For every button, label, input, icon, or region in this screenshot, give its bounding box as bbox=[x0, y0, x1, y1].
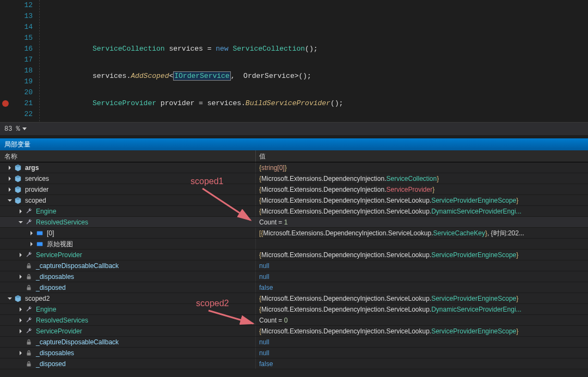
expander-icon[interactable] bbox=[28, 241, 35, 247]
var-name: args bbox=[25, 162, 39, 173]
wrench-icon bbox=[25, 208, 33, 215]
locals-row[interactable]: 原始视图 bbox=[0, 239, 588, 250]
fold-ruler bbox=[39, 0, 40, 135]
var-value: false bbox=[256, 358, 588, 369]
expander-icon[interactable] bbox=[7, 186, 13, 193]
var-name: Engine bbox=[36, 304, 56, 314]
code-line[interactable]: services.AddScoped<IOrderService, OrderS… bbox=[45, 71, 588, 82]
field-icon bbox=[36, 240, 44, 248]
locals-row[interactable]: Engine{Microsoft.Extensions.DependencyIn… bbox=[0, 304, 588, 315]
locals-columns-header: 名称 值 bbox=[0, 150, 588, 162]
wrench-icon bbox=[25, 327, 33, 335]
zoom-bar[interactable]: 83 % bbox=[0, 122, 588, 135]
var-value: {Microsoft.Extensions.DependencyInjectio… bbox=[256, 173, 588, 184]
var-value: Count = 0 bbox=[256, 315, 588, 325]
var-name: 原始视图 bbox=[47, 239, 73, 249]
wrench-icon bbox=[25, 251, 33, 259]
lock-icon bbox=[25, 338, 33, 346]
expander-icon[interactable] bbox=[17, 273, 24, 280]
svg-rect-3 bbox=[27, 276, 31, 279]
code-line[interactable] bbox=[45, 16, 588, 27]
expander-icon[interactable] bbox=[28, 230, 35, 236]
expander-icon[interactable] bbox=[7, 295, 13, 302]
code-line[interactable]: ServiceProvider provider = services.Buil… bbox=[45, 98, 588, 109]
svg-rect-4 bbox=[27, 287, 31, 290]
wrench-icon bbox=[25, 317, 33, 324]
locals-row[interactable]: ResolvedServicesCount = 1 bbox=[0, 217, 588, 228]
locals-row[interactable]: [0][{Microsoft.Extensions.DependencyInje… bbox=[0, 228, 588, 239]
var-value: {string[0]} bbox=[256, 162, 588, 173]
locals-row[interactable]: _disposedfalse bbox=[0, 282, 588, 293]
locals-row[interactable]: ServiceProvider{Microsoft.Extensions.Dep… bbox=[0, 250, 588, 260]
svg-rect-6 bbox=[27, 352, 31, 355]
var-value: {Microsoft.Extensions.DependencyInjectio… bbox=[256, 326, 588, 336]
lock-icon bbox=[25, 273, 33, 281]
zoom-level[interactable]: 83 % bbox=[4, 125, 20, 133]
var-name: _captureDisposableCallback bbox=[36, 260, 119, 271]
var-name: Engine bbox=[36, 206, 56, 216]
locals-row[interactable]: _disposablesnull bbox=[0, 271, 588, 282]
expander-icon[interactable] bbox=[7, 165, 13, 171]
col-name-header[interactable]: 名称 bbox=[0, 150, 256, 162]
expander-icon bbox=[17, 284, 24, 291]
locals-tree[interactable]: args{string[0]}services{Microsoft.Extens… bbox=[0, 162, 588, 369]
expander-icon[interactable] bbox=[17, 208, 24, 215]
var-value: {Microsoft.Extensions.DependencyInjectio… bbox=[256, 184, 588, 194]
locals-row[interactable]: _disposablesnull bbox=[0, 348, 588, 358]
var-name: [0] bbox=[47, 228, 54, 238]
expander-icon[interactable] bbox=[7, 175, 13, 182]
var-value: Count = 1 bbox=[256, 217, 588, 227]
locals-row[interactable]: _captureDisposableCallbacknull bbox=[0, 260, 588, 271]
expander-icon bbox=[17, 339, 24, 345]
locals-row[interactable]: scoped2{Microsoft.Extensions.DependencyI… bbox=[0, 293, 588, 304]
var-name: ResolvedServices bbox=[36, 315, 88, 325]
var-value: [{Microsoft.Extensions.DependencyInjecti… bbox=[256, 228, 588, 238]
locals-panel-title[interactable]: 局部变量 bbox=[0, 138, 588, 150]
locals-row[interactable]: Engine{Microsoft.Extensions.DependencyIn… bbox=[0, 206, 588, 217]
svg-rect-7 bbox=[27, 363, 31, 366]
locals-row[interactable]: scoped{Microsoft.Extensions.DependencyIn… bbox=[0, 195, 588, 206]
breakpoint-icon[interactable] bbox=[2, 100, 9, 107]
var-value bbox=[256, 239, 588, 249]
var-name: _disposed bbox=[36, 358, 66, 369]
locals-row[interactable]: provider{Microsoft.Extensions.Dependency… bbox=[0, 184, 588, 195]
locals-row[interactable]: _disposedfalse bbox=[0, 358, 588, 369]
locals-row[interactable]: args{string[0]} bbox=[0, 162, 588, 173]
lock-icon bbox=[25, 284, 33, 291]
expander-icon[interactable] bbox=[17, 317, 24, 324]
var-name: _disposed bbox=[36, 282, 66, 293]
code-area[interactable]: ServiceCollection services = new Service… bbox=[45, 0, 588, 135]
expander-icon bbox=[17, 361, 24, 367]
var-value: {Microsoft.Extensions.DependencyInjectio… bbox=[256, 293, 588, 303]
line-number-gutter: 121314151617181920212223 bbox=[11, 0, 37, 131]
locals-row[interactable]: services{Microsoft.Extensions.Dependency… bbox=[0, 173, 588, 184]
var-name: provider bbox=[25, 184, 48, 194]
locals-panel[interactable]: 名称 值 args{string[0]}services{Microsoft.E… bbox=[0, 150, 588, 377]
var-value: {Microsoft.Extensions.DependencyInjectio… bbox=[256, 206, 588, 216]
locals-row[interactable]: ResolvedServicesCount = 0 bbox=[0, 315, 588, 326]
cube-icon bbox=[14, 197, 22, 204]
svg-rect-5 bbox=[27, 342, 31, 344]
col-value-header[interactable]: 值 bbox=[256, 150, 588, 162]
code-line[interactable]: ServiceCollection services = new Service… bbox=[45, 44, 588, 54]
expander-icon[interactable] bbox=[17, 350, 24, 356]
expander-icon[interactable] bbox=[7, 197, 13, 204]
expander-icon[interactable] bbox=[17, 252, 24, 258]
code-editor[interactable]: 121314151617181920212223 ServiceCollecti… bbox=[0, 0, 588, 135]
var-name: ServiceProvider bbox=[36, 326, 82, 336]
expander-icon bbox=[17, 263, 24, 269]
var-name: _captureDisposableCallback bbox=[36, 337, 119, 347]
expander-icon[interactable] bbox=[17, 219, 24, 226]
wrench-icon bbox=[25, 218, 33, 226]
expander-icon[interactable] bbox=[17, 306, 24, 313]
expander-icon[interactable] bbox=[17, 328, 24, 335]
var-name: services bbox=[25, 173, 49, 184]
cube-icon bbox=[14, 295, 22, 302]
locals-row[interactable]: _captureDisposableCallbacknull bbox=[0, 337, 588, 348]
lock-icon bbox=[25, 262, 33, 270]
locals-row[interactable]: ServiceProvider{Microsoft.Extensions.Dep… bbox=[0, 326, 588, 337]
var-value: null bbox=[256, 348, 588, 358]
var-name: ResolvedServices bbox=[36, 217, 88, 227]
chevron-down-icon[interactable] bbox=[22, 127, 27, 130]
var-value: {Microsoft.Extensions.DependencyInjectio… bbox=[256, 195, 588, 205]
